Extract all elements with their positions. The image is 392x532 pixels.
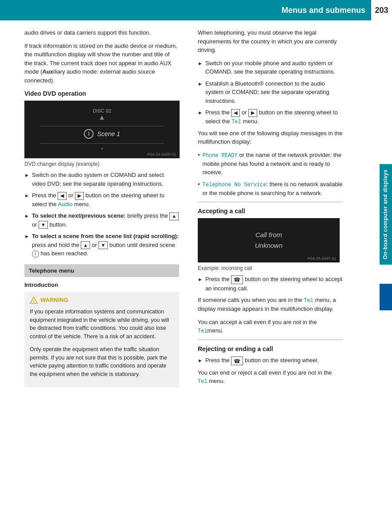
divider-1 [198, 202, 343, 202]
main-content: audio drives or data carriers support th… [0, 20, 392, 398]
dvd-scene-number: 1 [84, 129, 94, 139]
dvd-bullet-1: ► Switch on the audio system or COMAND a… [24, 171, 179, 188]
warning-triangle-icon: ! [30, 296, 38, 304]
dvd-bullet-4: ► To select a scene from the scene list … [24, 232, 179, 258]
reject-bullet: ► Press the ☎ button on the steering whe… [198, 356, 343, 365]
dvd-bullet-2: ► Press the ◀ or ▶ button on the steerin… [24, 191, 179, 208]
right-arrow-icon-4: ► [198, 276, 203, 283]
divider-2 [198, 340, 343, 340]
rejecting-heading: Rejecting or ending a call [198, 345, 343, 352]
arrow-icon-3: ► [24, 212, 29, 220]
reject-phone-btn: ☎ [231, 356, 243, 365]
dvd-disc-label: DISC 02 ▲ [93, 108, 111, 121]
call-image: Call from Unknown P54.33-2437-31 [198, 218, 340, 262]
right-column: When telephoning, you must observe the l… [190, 20, 367, 398]
prev-btn: ◀ [58, 192, 67, 200]
dvd-bullet-3: ► To select the next/previous scene: bri… [24, 211, 179, 229]
down-btn-2: ▼ [98, 241, 108, 249]
warning-header: ! WARNING [30, 296, 174, 304]
accepting-call-heading: Accepting a call [198, 207, 343, 215]
track-info-para: If track information is stored on the au… [24, 42, 179, 85]
left-column: audio drives or data carriers support th… [0, 20, 190, 398]
dvd-scene-row: 1 Scene 1 [84, 129, 120, 139]
accept-phone-btn: ☎ [231, 275, 243, 284]
call-from-text: Call from Unknown [255, 230, 283, 251]
dot-icon-2: • [198, 180, 200, 189]
down-btn: ▼ [39, 221, 48, 229]
right-arrow-icon-1: ► [198, 60, 203, 67]
svg-text:!: ! [33, 299, 35, 303]
right-bullet-1: ► Switch on your mobile phone and audio … [198, 59, 343, 76]
side-tab-label: On-board computer and displays [380, 164, 392, 265]
up-btn-2: ▲ [81, 241, 90, 249]
accept-bullet: ► Press the ☎ button on the steering whe… [198, 275, 343, 293]
left-steer-btn: ◀ [231, 109, 240, 117]
audio-drives-para: audio drives or data carriers support th… [24, 28, 179, 37]
audio-menu-label: Audio [58, 201, 72, 207]
status-bullet-1: • Phone READY or the name of the network… [198, 151, 343, 177]
no-service-code: Telephone No Service [203, 182, 267, 188]
arrow-icon-1: ► [24, 172, 29, 179]
accept-para-1: If someone calls you when you are in the… [198, 296, 343, 313]
right-steer-btn: ▶ [248, 109, 257, 117]
right-bullet-2: ► Establish a Bluetooth® connection to t… [198, 79, 343, 106]
reject-para-1: You can end or reject a call even if you… [198, 368, 343, 386]
right-arrow-icon-3: ► [198, 109, 203, 117]
tel-label-4: Tel [198, 379, 208, 385]
header-title: Menus and submenus [282, 6, 365, 15]
call-caption: Example: incoming call [198, 265, 343, 271]
side-tab-blue-accent [380, 284, 392, 310]
tel-label-2: Tel [304, 297, 314, 304]
dvd-caption: DVD changer display (example) [24, 161, 179, 167]
arrow-icon-4: ► [24, 233, 29, 240]
intro-heading: Introduction [24, 282, 179, 288]
warning-para-2: Only operate the equipment when the traf… [30, 345, 174, 379]
dvd-image: DISC 02 ▲ 1 Scene 1 ▼ P54.33-2425-31 [24, 101, 180, 158]
warning-box: ! WARNING If you operate information sys… [24, 292, 179, 387]
call-image-id: P54.33-2437-31 [307, 256, 336, 261]
display-msg-intro: You will see one of the following displa… [198, 129, 343, 146]
warning-label: WARNING [40, 297, 68, 303]
aux-bold: Aux [42, 68, 53, 75]
warning-para-1: If you operate information systems and c… [30, 308, 174, 341]
dvd-scene-text: Scene 1 [97, 130, 120, 137]
tel-menu-label-1: Tel [231, 119, 241, 125]
dvd-image-id: P54.33-2425-31 [147, 152, 176, 156]
up-btn: ▲ [169, 212, 179, 220]
tel-label-3: Tel [198, 328, 208, 334]
status-bullet-2: • Telephone No Service: there is no netw… [198, 180, 343, 198]
next-btn: ▶ [75, 192, 84, 200]
dot-icon-1: • [198, 151, 200, 160]
right-arrow-icon-2: ► [198, 80, 203, 88]
phone-ready-code: Phone READY [203, 153, 238, 159]
header-bar: Menus and submenus 203 [0, 0, 392, 20]
accept-para-2: You can accept a call even if you are no… [198, 318, 343, 336]
video-dvd-heading: Video DVD operation [24, 90, 179, 97]
right-arrow-icon-5: ► [198, 357, 203, 364]
arrow-icon-2: ► [24, 192, 29, 200]
dvd-part-label: ▼ [100, 146, 104, 151]
telephone-menu-box: Telephone menu [24, 264, 179, 277]
telephoning-para: When telephoning, you must observe the l… [198, 28, 343, 55]
right-bullet-3: ► Press the ◀ or ▶ button on the steerin… [198, 108, 343, 126]
page-number: 203 [370, 0, 392, 20]
